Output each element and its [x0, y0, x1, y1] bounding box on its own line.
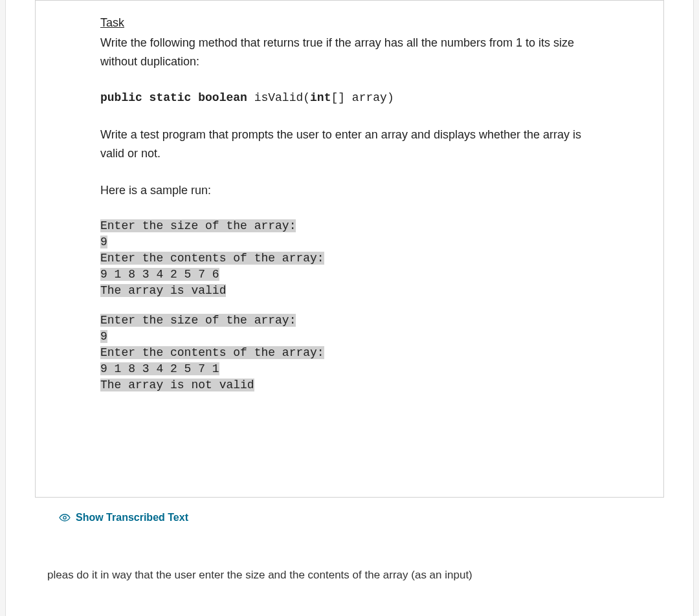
sample-line: Enter the contents of the array: [100, 252, 324, 265]
sample-line: The array is not valid [100, 379, 254, 391]
sample-line: The array is valid [100, 284, 226, 297]
show-transcribed-text-button[interactable]: Show Transcribed Text [6, 498, 693, 530]
signature-param-type: int [310, 91, 331, 104]
sample-line: 9 1 8 3 4 2 5 7 1 [100, 362, 219, 375]
sample-line: 9 1 8 3 4 2 5 7 6 [100, 268, 219, 281]
signature-param-rest: [] array) [331, 91, 394, 104]
task-description-2: Write a test program that prompts the us… [100, 126, 599, 163]
transcript-icon [59, 513, 71, 522]
sample-run-1: Enter the size of the array: 9 Enter the… [100, 218, 599, 300]
sample-line: Enter the contents of the array: [100, 346, 324, 359]
signature-keywords: public static boolean [100, 91, 247, 104]
sample-run-2: Enter the size of the array: 9 Enter the… [100, 313, 599, 394]
svg-point-0 [63, 516, 66, 519]
task-description-1: Write the following method that returns … [100, 34, 599, 71]
signature-method: isValid( [247, 91, 310, 104]
question-content: Task Write the following method that ret… [36, 1, 663, 497]
sample-line: Enter the size of the array: [100, 314, 296, 327]
sample-line: Enter the size of the array: [100, 219, 296, 232]
show-transcribed-label: Show Transcribed Text [76, 512, 188, 523]
method-signature: public static boolean isValid(int[] arra… [100, 89, 599, 107]
task-heading: Task [100, 14, 599, 32]
user-additional-note: pleas do it in way that the user enter t… [6, 530, 693, 608]
sample-line: 9 [100, 236, 107, 248]
sample-run-label: Here is a sample run: [100, 181, 599, 200]
page-container: Task Write the following method that ret… [5, 0, 694, 616]
sample-line: 9 [100, 330, 107, 343]
question-image-frame: Task Write the following method that ret… [35, 0, 664, 498]
